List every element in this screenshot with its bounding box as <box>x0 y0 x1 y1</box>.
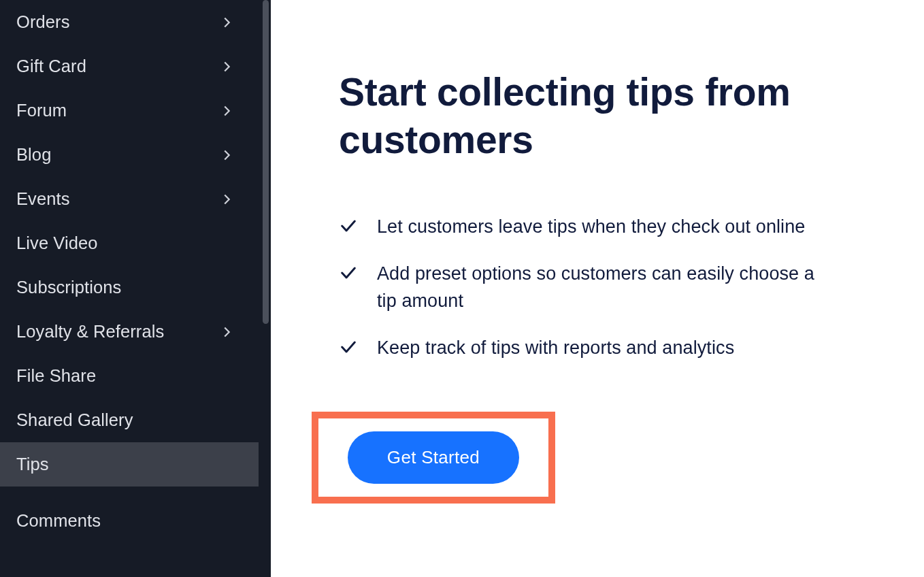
scrollbar-thumb[interactable] <box>263 0 269 324</box>
sidebar-item-label: Subscriptions <box>16 278 121 297</box>
sidebar-item-live-video[interactable]: Live Video <box>0 221 259 265</box>
sidebar-item-label: Forum <box>16 101 67 120</box>
chevron-right-icon <box>219 59 234 74</box>
sidebar-item-blog[interactable]: Blog <box>0 133 259 177</box>
sidebar-item-label: Events <box>16 189 70 209</box>
sidebar-item-loyalty-referrals[interactable]: Loyalty & Referrals <box>0 310 259 354</box>
sidebar-scroll: Orders Gift Card Forum Blog <box>0 0 259 577</box>
check-icon <box>339 337 358 357</box>
sidebar-item-file-share[interactable]: File Share <box>0 354 259 398</box>
main-content: Start collecting tips from customers Let… <box>271 0 924 577</box>
sidebar-item-orders[interactable]: Orders <box>0 0 259 44</box>
sidebar-item-label: Comments <box>16 511 101 531</box>
page-title: Start collecting tips from customers <box>339 68 870 163</box>
sidebar-item-comments[interactable]: Comments <box>0 499 259 543</box>
sidebar-item-label: Blog <box>16 145 51 165</box>
chevron-right-icon <box>219 15 234 30</box>
check-icon <box>339 216 358 235</box>
list-item-text: Add preset options so customers can easi… <box>377 261 829 314</box>
sidebar-item-tips[interactable]: Tips <box>0 442 259 487</box>
app-root: Orders Gift Card Forum Blog <box>0 0 924 577</box>
list-item-text: Let customers leave tips when they check… <box>377 214 805 240</box>
cta-highlight-box: Get Started <box>312 412 555 504</box>
chevron-right-icon <box>219 148 234 163</box>
sidebar-item-label: Live Video <box>16 233 98 253</box>
sidebar-item-label: Gift Card <box>16 56 86 76</box>
sidebar-item-events[interactable]: Events <box>0 177 259 221</box>
sidebar-item-subscriptions[interactable]: Subscriptions <box>0 265 259 310</box>
sidebar-item-label: Orders <box>16 12 70 32</box>
list-item: Keep track of tips with reports and anal… <box>339 335 829 361</box>
feature-list: Let customers leave tips when they check… <box>339 214 829 361</box>
chevron-right-icon <box>219 103 234 118</box>
sidebar-divider <box>0 487 259 499</box>
sidebar-item-label: Shared Gallery <box>16 410 133 430</box>
sidebar-item-label: File Share <box>16 366 96 386</box>
sidebar: Orders Gift Card Forum Blog <box>0 0 271 577</box>
sidebar-item-label: Tips <box>16 455 49 474</box>
list-item-text: Keep track of tips with reports and anal… <box>377 335 734 361</box>
check-icon <box>339 263 358 282</box>
get-started-button[interactable]: Get Started <box>348 431 519 484</box>
chevron-right-icon <box>219 192 234 207</box>
sidebar-item-label: Loyalty & Referrals <box>16 322 164 342</box>
sidebar-item-shared-gallery[interactable]: Shared Gallery <box>0 398 259 442</box>
sidebar-item-gift-card[interactable]: Gift Card <box>0 44 259 88</box>
list-item: Let customers leave tips when they check… <box>339 214 829 240</box>
list-item: Add preset options so customers can easi… <box>339 261 829 314</box>
chevron-right-icon <box>219 325 234 340</box>
sidebar-item-forum[interactable]: Forum <box>0 88 259 133</box>
